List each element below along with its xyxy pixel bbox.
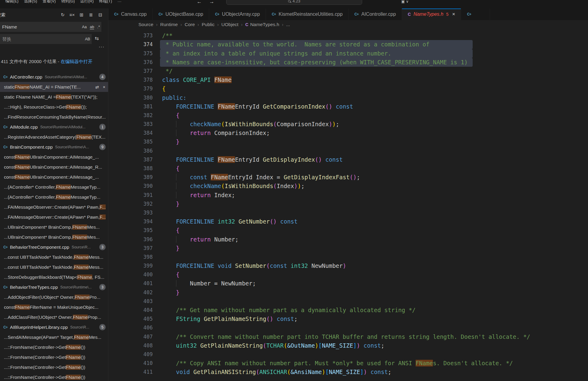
search-match-row[interactable]: ...UBrainComponent* BrainComp, FName Mes… [0,232,108,242]
code-area[interactable]: 372373/**374 * Public name, available to… [108,29,588,381]
search-match-row[interactable]: ...SendAIMessage(APawn* Target, FName Me… [0,332,108,342]
use-regex-toggle[interactable]: .* [97,25,100,29]
code-line[interactable]: 408 uint32 GetPlainNameString(TCHAR(&Out… [108,341,588,350]
search-match-row[interactable]: ...::FromName(Controller->GetFName()) [0,372,108,381]
breadcrumb-item[interactable]: Source [138,22,153,27]
nav-back-icon[interactable]: ← [197,0,202,5]
menu-item[interactable]: 编辑(E) [3,0,21,4]
search-file-row[interactable]: C+AIBlueprintHelperLibrary.cppSource\R..… [0,322,108,332]
code-line[interactable]: 390 checkName(IsWithinBounds(Index)); [108,182,588,190]
search-match-row[interactable]: ...FAIMessageObserver::Create(APawn* Paw… [0,212,108,222]
code-line[interactable]: 388 { [108,164,588,173]
search-match-row[interactable]: ...::High), ResourceClass->GetFName()); [0,102,108,112]
search-match-row[interactable]: ...AddObjectFilter(UObject* Owner, FName… [0,292,108,302]
menu-item[interactable]: 文件(F) [0,0,3,4]
search-match-row[interactable]: ...AddClassFilter(UObject* Owner, FName … [0,312,108,322]
search-input[interactable] [0,24,80,29]
replace-all-button[interactable]: ⇆ [95,35,99,41]
collapse-all-icon[interactable]: ⊟ [97,11,104,18]
tab-UObjectBase.cpp[interactable]: C+UObjectBase.cpp [153,8,209,20]
search-match-row[interactable]: const FName UBrainComponent::AIMessage_.… [0,152,108,162]
code-line[interactable]: 382 { [108,111,588,120]
breadcrumb-item[interactable]: Runtime [160,22,178,27]
breadcrumb-more[interactable]: ... [286,22,290,27]
code-line[interactable]: 405 FString GetPlainNameString() const; [108,315,588,323]
search-match-row[interactable]: const FName UBrainComponent::AIMessage_.… [0,172,108,182]
refresh-icon[interactable]: ↻ [59,11,66,18]
replace-icon[interactable]: ⇄ [95,85,99,89]
menu-item[interactable]: 转到(G) [59,0,78,4]
code-line[interactable]: 396 return Number; [108,235,588,244]
view-as-list-icon[interactable]: ≣ [87,11,94,18]
preserve-case-toggle[interactable]: AB [85,37,90,41]
close-icon[interactable]: × [452,11,455,17]
code-line[interactable]: 389 const FNameEntryId Index = GetDispla… [108,173,588,182]
code-line[interactable]: 397 } [108,244,588,253]
search-match-row[interactable]: ...(AController* Controller, FName Messa… [0,182,108,192]
code-line[interactable]: 379{ [108,84,588,93]
tab-partial[interactable]: C+ [461,8,490,20]
code-line[interactable]: 409 [108,350,588,359]
tab-NameTypes.h[interactable]: CNameTypes.h5× [402,8,461,20]
layout-button[interactable]: ▣ ∨ [401,0,409,4]
open-in-editor-link[interactable]: 在编辑器中打开 [60,59,92,64]
whole-word-toggle[interactable]: ab [90,25,94,29]
search-match-row[interactable]: ...(AController* Controller, FName Messa… [0,192,108,202]
code-line[interactable]: 387 FORCEINLINE FNameEntryId GetDisplayI… [108,155,588,164]
breadcrumb-file[interactable]: CNameTypes.h [245,22,279,27]
command-center[interactable]: 4.23 [226,0,362,5]
search-match-row[interactable]: ...const UBTTaskNode* TaskNode, FName Me… [0,252,108,262]
search-file-row[interactable]: C+AIModule.cppSource\Runtime\AIModul...1 [0,122,108,132]
tab-UObjectArray.cpp[interactable]: C+UObjectArray.cpp [209,8,266,20]
code-line[interactable]: 375 * an index into a table of unique st… [108,49,588,58]
code-line[interactable]: 392 } [108,200,588,208]
code-line[interactable]: 411 void GetPlainANSIString(ANSICHAR(&An… [108,368,588,376]
code-line[interactable]: 372 [108,29,588,31]
search-file-row[interactable]: C+AIController.cppSource\Runtime\AIMod..… [0,72,108,82]
code-line[interactable]: 374 * Public name, available to the worl… [108,40,588,49]
code-line[interactable]: 384 return ComparisonIndex; [108,129,588,137]
replace-input[interactable] [0,36,83,42]
search-match-row[interactable]: static FName NAME_AI = FName(TEXT("AI"))… [0,92,108,102]
code-line[interactable]: 378class CORE_API FName [108,76,588,84]
breadcrumb-item[interactable]: Public [202,22,214,27]
search-match-row[interactable]: ...StoreDebuggerBlackboard(TMap<FName, F… [0,272,108,282]
tab-KismetReinstanceUtilities.cpp[interactable]: C+KismetReinstanceUtilities.cpp [266,8,348,20]
code-line[interactable]: 407 /** Convert name without number part… [108,332,588,341]
tab-AIController.cpp[interactable]: C+AIController.cpp [349,8,402,20]
code-line[interactable]: 373/** [108,31,588,40]
code-line[interactable]: 395 { [108,226,588,235]
match-case-toggle[interactable]: Aa [82,25,87,29]
dismiss-icon[interactable]: × [103,85,105,89]
code-line[interactable]: 400 { [108,270,588,279]
search-file-row[interactable]: C+BehaviorTreeComponent.cppSource\R...3 [0,242,108,252]
search-match-row[interactable]: const FName UBrainComponent::AIMessage_R… [0,162,108,172]
search-match-row[interactable]: ...const UBTTaskNode* TaskNode, FName Me… [0,262,108,272]
nav-forward-icon[interactable]: → [209,0,214,5]
code-line[interactable]: 406 [108,323,588,332]
code-line[interactable]: 404 /** Get name without number part as … [108,306,588,315]
breadcrumb-item[interactable]: UObject [221,22,238,27]
code-line[interactable]: 394 FORCEINLINE int32 GetNumber() const [108,217,588,226]
search-match-row[interactable]: static FName NAME_AI = FName(TE...⇄× [0,82,108,92]
menu-item[interactable]: 终端(T) [96,0,115,4]
code-line[interactable]: 386 [108,147,588,155]
search-file-row[interactable]: C+BrainComponent.cppSource\Runtime\A...9 [0,142,108,152]
code-line[interactable]: 393 [108,208,588,217]
search-match-row[interactable]: ...FAIMessageObserver::Create(APawn* Paw… [0,202,108,212]
clear-search-results-icon[interactable]: ≡× [69,11,76,18]
menu-item[interactable]: 运行(R) [77,0,96,4]
search-match-row[interactable]: const FName FilterName = MakeUniqueObjec… [0,302,108,312]
code-line[interactable]: 380public: [108,93,588,102]
code-line[interactable]: 399 FORCEINLINE void SetNumber(const int… [108,261,588,270]
toggle-search-details-icon[interactable]: ··· [99,44,104,50]
code-line[interactable]: 376 * Names are case-insensitive, but ca… [108,58,588,67]
breadcrumb-item[interactable]: Core [185,22,195,27]
search-match-row[interactable]: ...RegisterAdvancedAssetCategory(FName(T… [0,132,108,142]
open-new-search-editor-icon[interactable]: ⊞ [78,11,85,18]
code-line[interactable]: 383 checkName(IsWithinBounds(ComparisonI… [108,120,588,129]
search-match-row[interactable]: ...::FromName(Controller->GetFName()) [0,342,108,352]
code-line[interactable]: 377 */ [108,67,588,76]
menu-item[interactable]: ··· [115,0,124,4]
search-match-row[interactable]: ...FindResourceConsumingTaskByName(Resou… [0,112,108,122]
